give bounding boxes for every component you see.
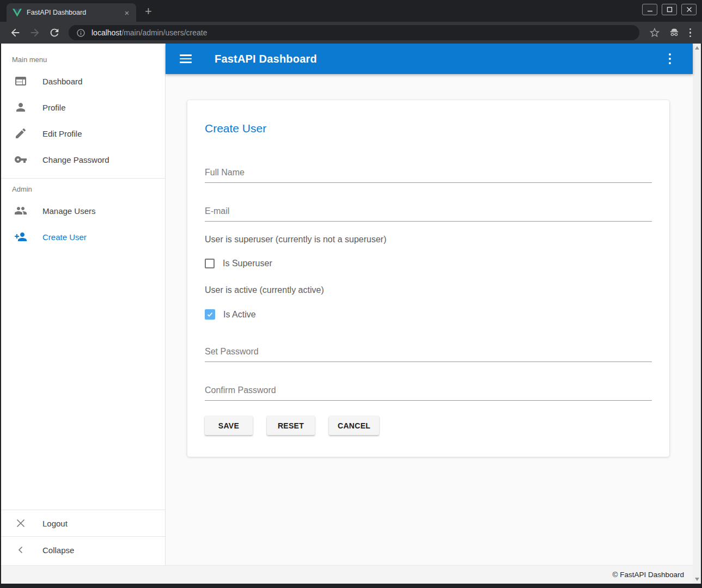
sidebar: Main menu Dashboard Profile (1, 44, 166, 565)
email-label: E-mail (205, 206, 229, 216)
browser-menu-icon[interactable] (684, 28, 697, 38)
sidebar-item-label: Change Password (42, 155, 109, 164)
bookmark-star-icon[interactable] (649, 27, 661, 39)
is-superuser-checkbox-row[interactable]: Is Superuser (205, 259, 652, 268)
sidebar-item-collapse[interactable]: Collapse (1, 537, 165, 563)
save-button[interactable]: SAVE (205, 416, 253, 435)
sidebar-item-manage-users[interactable]: Manage Users (1, 198, 165, 224)
app-bar: FastAPI Dashboard (166, 44, 693, 74)
menu-icon[interactable] (180, 54, 192, 63)
sidebar-section-label: Admin (1, 179, 165, 198)
url-bar[interactable]: localhost/main/admin/users/create (69, 25, 639, 40)
sidebar-item-dashboard[interactable]: Dashboard (1, 68, 165, 94)
url-host: localhost (91, 28, 121, 37)
browser-tab[interactable]: FastAPI Dashboard × (7, 3, 136, 22)
page-scrollbar[interactable] (693, 44, 701, 584)
tab-title: FastAPI Dashboard (27, 9, 122, 16)
sidebar-item-label: Create User (42, 232, 87, 242)
key-icon (14, 153, 27, 166)
tab-strip: FastAPI Dashboard × + (0, 0, 702, 22)
appbar-title: FastAPI Dashboard (215, 53, 317, 65)
new-tab-icon[interactable]: + (145, 5, 152, 17)
sidebar-item-label: Logout (42, 519, 68, 528)
page-title: Create User (205, 122, 652, 135)
person-add-icon (14, 230, 27, 243)
back-icon[interactable] (9, 27, 21, 39)
url-text: localhost/main/admin/users/create (91, 28, 207, 37)
scrollbar-up-icon[interactable] (695, 46, 699, 50)
is-active-label: Is Active (223, 310, 256, 320)
email-field[interactable]: E-mail (205, 206, 652, 222)
full-name-label: Full Name (205, 168, 245, 177)
check-icon (206, 311, 213, 318)
appbar-kebab-menu-icon[interactable] (669, 53, 671, 64)
footer-copyright: © FastAPI Dashboard (612, 571, 684, 579)
browser-toolbar: localhost/main/admin/users/create (0, 22, 702, 44)
create-user-card: Create User Full Name E-mail User is sup… (187, 100, 669, 457)
active-hint: User is active (currently active) (205, 285, 652, 295)
logout-x-icon (14, 517, 27, 530)
sidebar-item-label: Profile (42, 103, 66, 112)
tab-close-icon[interactable]: × (122, 8, 132, 17)
set-password-label: Set Password (205, 347, 259, 356)
people-icon (14, 204, 27, 217)
close-icon[interactable] (681, 4, 697, 15)
main-area: FastAPI Dashboard Create User Full Name … (166, 44, 693, 565)
sidebar-item-label: Edit Profile (42, 129, 82, 138)
cancel-button[interactable]: CANCEL (329, 416, 379, 435)
app-footer: © FastAPI Dashboard (1, 565, 693, 584)
pencil-icon (14, 127, 27, 140)
sidebar-item-edit-profile[interactable]: Edit Profile (1, 120, 165, 146)
person-icon (14, 101, 27, 114)
info-icon[interactable] (76, 28, 86, 38)
form-buttons: SAVE RESET CANCEL (205, 416, 652, 435)
dashboard-icon (14, 75, 27, 88)
is-active-checkbox[interactable] (205, 309, 215, 320)
forward-icon[interactable] (29, 27, 41, 39)
confirm-password-field[interactable]: Confirm Password (205, 385, 652, 401)
sidebar-item-change-password[interactable]: Change Password (1, 146, 165, 173)
is-superuser-label: Is Superuser (223, 259, 272, 268)
url-path: /main/admin/users/create (121, 28, 207, 37)
scrollbar-down-icon[interactable] (695, 578, 699, 581)
is-superuser-checkbox[interactable] (205, 259, 215, 268)
superuser-hint: User is superuser (currently is not a su… (205, 235, 652, 244)
incognito-icon (668, 27, 680, 39)
reset-button[interactable]: RESET (267, 416, 315, 435)
sidebar-item-logout[interactable]: Logout (1, 510, 165, 536)
toolbar-right (645, 27, 697, 39)
chevron-left-icon (14, 543, 27, 556)
set-password-field[interactable]: Set Password (205, 347, 652, 362)
content-area: Create User Full Name E-mail User is sup… (166, 74, 693, 565)
sidebar-section-label: Main menu (1, 44, 165, 68)
vue-logo-icon (13, 9, 22, 17)
sidebar-item-create-user[interactable]: Create User (1, 224, 165, 250)
sidebar-item-label: Dashboard (42, 77, 82, 86)
maximize-icon[interactable] (662, 4, 677, 15)
browser-window: FastAPI Dashboard × + localhost/m (0, 0, 702, 588)
sidebar-spacer (1, 250, 165, 510)
reload-icon[interactable] (48, 27, 60, 39)
sidebar-item-label: Manage Users (42, 206, 96, 216)
is-active-checkbox-row[interactable]: Is Active (205, 309, 652, 320)
sidebar-item-label: Collapse (42, 546, 74, 555)
sidebar-item-profile[interactable]: Profile (1, 94, 165, 120)
minimize-icon[interactable] (642, 4, 657, 15)
window-controls (642, 4, 697, 15)
full-name-field[interactable]: Full Name (205, 168, 652, 183)
confirm-password-label: Confirm Password (205, 385, 276, 395)
page: Main menu Dashboard Profile (1, 44, 701, 584)
